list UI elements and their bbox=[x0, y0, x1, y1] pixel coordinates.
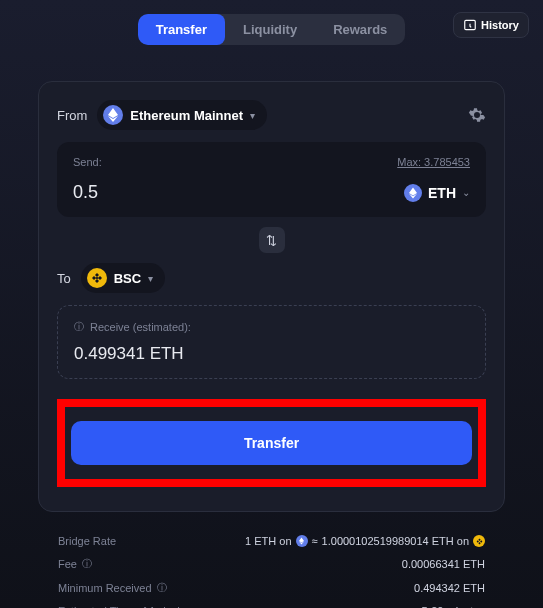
ethereum-icon bbox=[103, 105, 123, 125]
transfer-highlight: Transfer bbox=[57, 399, 486, 487]
tab-rewards[interactable]: Rewards bbox=[315, 14, 405, 45]
info-icon: ⓘ bbox=[74, 320, 84, 334]
bridge-rate-label: Bridge Rate bbox=[58, 535, 116, 547]
swap-direction-button[interactable]: ⇅ bbox=[259, 227, 285, 253]
history-icon bbox=[463, 18, 477, 32]
swap-icon: ⇅ bbox=[266, 233, 277, 248]
send-token-name: ETH bbox=[428, 185, 456, 201]
from-label: From bbox=[57, 108, 87, 123]
send-label: Send: bbox=[73, 156, 102, 168]
details-panel: Bridge Rate 1 ETH on ≈ 1.000010251998901… bbox=[46, 520, 497, 608]
bsc-mini-icon bbox=[473, 535, 485, 547]
from-chain-name: Ethereum Mainnet bbox=[130, 108, 243, 123]
send-amount-input[interactable]: 0.5 bbox=[73, 182, 98, 203]
gear-icon bbox=[468, 106, 486, 124]
fee-value: 0.00066341 ETH bbox=[402, 558, 485, 570]
to-label: To bbox=[57, 271, 71, 286]
send-input-card: Send: Max: 3.785453 0.5 ETH ⌄ bbox=[57, 142, 486, 217]
history-button[interactable]: History bbox=[453, 12, 529, 38]
chevron-down-icon: ▾ bbox=[250, 110, 255, 121]
min-received-label: Minimum Received bbox=[58, 582, 152, 594]
tab-bar: Transfer Liquidity Rewards bbox=[138, 14, 406, 45]
bsc-icon bbox=[87, 268, 107, 288]
tab-transfer[interactable]: Transfer bbox=[138, 14, 225, 45]
fee-label: Fee bbox=[58, 558, 77, 570]
transfer-button[interactable]: Transfer bbox=[71, 421, 472, 465]
max-button[interactable]: Max: 3.785453 bbox=[397, 156, 470, 168]
eth-mini-icon bbox=[296, 535, 308, 547]
to-chain-select[interactable]: BSC ▾ bbox=[81, 263, 165, 293]
info-icon[interactable]: ⓘ bbox=[157, 581, 167, 595]
receive-card: ⓘ Receive (estimated): 0.499341 ETH bbox=[57, 305, 486, 379]
send-token-select[interactable]: ETH ⌄ bbox=[404, 184, 470, 202]
settings-button[interactable] bbox=[468, 106, 486, 124]
bridge-card: From Ethereum Mainnet ▾ Send: Max: 3.785… bbox=[38, 81, 505, 512]
info-icon[interactable]: ⓘ bbox=[82, 557, 92, 571]
chevron-down-icon: ▾ bbox=[148, 273, 153, 284]
chevron-down-icon: ⌄ bbox=[462, 187, 470, 198]
to-chain-name: BSC bbox=[114, 271, 141, 286]
receive-amount: 0.499341 ETH bbox=[74, 344, 469, 364]
tab-liquidity[interactable]: Liquidity bbox=[225, 14, 315, 45]
eth-token-icon bbox=[404, 184, 422, 202]
history-label: History bbox=[481, 19, 519, 31]
bridge-rate-value: 1 ETH on ≈ 1.0000102519989014 ETH on bbox=[245, 535, 485, 547]
from-chain-select[interactable]: Ethereum Mainnet ▾ bbox=[97, 100, 267, 130]
min-received-value: 0.494342 ETH bbox=[414, 582, 485, 594]
receive-label: Receive (estimated): bbox=[90, 321, 191, 333]
